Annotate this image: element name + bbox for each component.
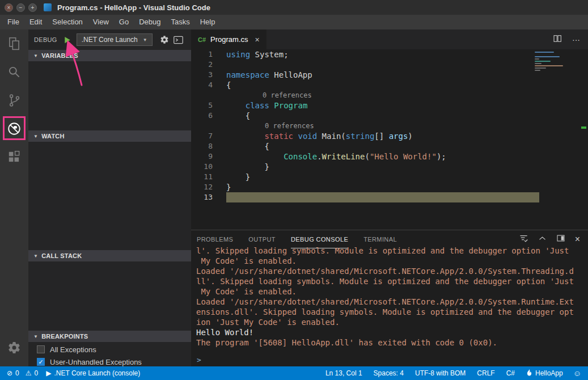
window-controls: × − + <box>5 3 37 12</box>
panel-layout-icon[interactable] <box>556 234 565 245</box>
panel-actions: × <box>519 234 588 245</box>
line-number <box>191 121 217 131</box>
vscode-logo-icon <box>44 3 52 11</box>
section-variables-label: VARIABLES <box>41 52 78 59</box>
activity-source-control[interactable] <box>0 86 28 115</box>
line-number: 10 <box>191 162 217 172</box>
twistie-icon: ▼ <box>33 334 38 339</box>
line-number: 12 <box>191 182 217 192</box>
codelens-references[interactable]: 0 references <box>217 90 312 100</box>
code-line: 6 { <box>191 111 588 121</box>
code-line: 12} <box>191 182 588 192</box>
line-number: 6 <box>191 111 217 121</box>
activity-bar <box>0 29 28 366</box>
menu-edit[interactable]: Edit <box>24 15 47 29</box>
console-input[interactable]: > <box>191 353 588 366</box>
codelens-row: 0 references <box>191 121 588 131</box>
problems-status[interactable]: ⊘ 0 ⚠ 0 <box>7 369 38 377</box>
project-selector[interactable]: HelloApp <box>526 369 563 378</box>
console-line: ion 'Just My Code' is enabled. <box>196 317 588 327</box>
tab-program-cs[interactable]: C# Program.cs × <box>191 29 266 49</box>
code-line: 11 } <box>191 172 588 182</box>
activity-extensions[interactable] <box>0 143 28 171</box>
minimize-button[interactable]: − <box>16 3 25 12</box>
menu-selection[interactable]: Selection <box>47 15 87 29</box>
code-text <box>217 192 226 202</box>
maximize-button[interactable]: + <box>28 3 37 12</box>
line-number: 2 <box>191 60 217 70</box>
menu-go[interactable]: Go <box>114 15 134 29</box>
indentation[interactable]: Spaces: 4 <box>374 369 404 377</box>
section-breakpoints-label: BREAKPOINTS <box>41 333 88 340</box>
menu-view[interactable]: View <box>88 15 114 29</box>
twistie-icon: ▼ <box>33 134 38 139</box>
more-actions-icon[interactable]: ··· <box>572 35 580 44</box>
debug-session-label: .NET Core Launch (console) <box>54 369 140 377</box>
codelens-references[interactable]: 0 references <box>217 121 314 131</box>
configure-launch-button[interactable] <box>160 35 169 44</box>
menu-help[interactable]: Help <box>195 15 221 29</box>
checkbox[interactable]: ✓ <box>37 358 45 366</box>
bottom-panel: PROBLEMSOUTPUTDEBUG CONSOLETERMINAL <box>191 230 588 366</box>
play-icon: ▶ <box>46 369 51 377</box>
section-variables[interactable]: ▼ VARIABLES <box>28 50 191 61</box>
editor-actions: ··· <box>553 29 588 49</box>
eol[interactable]: CRLF <box>477 369 494 377</box>
code-line: 13 <box>191 192 588 202</box>
menu-tasks[interactable]: Tasks <box>166 15 194 29</box>
menu-debug[interactable]: Debug <box>134 15 166 29</box>
console-line: My Code' is enabled. <box>196 256 588 266</box>
debug-console-toggle-button[interactable] <box>173 35 184 45</box>
cursor-position[interactable]: Ln 13, Col 1 <box>325 369 362 377</box>
close-button[interactable]: × <box>5 3 13 12</box>
console-output: l'. Skipped loading symbols. Module is o… <box>191 246 588 353</box>
code-lines: 1using System;23namespace HelloApp4{0 re… <box>191 49 588 202</box>
line-number: 3 <box>191 70 217 80</box>
section-call-stack[interactable]: ▼ CALL STACK <box>28 250 191 261</box>
menu-file[interactable]: File <box>2 15 24 29</box>
activity-debug[interactable] <box>0 115 28 143</box>
minimap[interactable] <box>535 52 568 72</box>
activity-settings[interactable] <box>0 333 28 362</box>
console-line: The program '[5608] HelloApp.dll' has ex… <box>196 337 588 348</box>
section-breakpoints[interactable]: ▼ BREAKPOINTS <box>28 331 191 342</box>
play-icon <box>63 36 71 44</box>
feedback-smiley-icon[interactable]: ☺ <box>573 369 581 378</box>
code-line: 9 Console.WriteLine("Hello World!"); <box>191 151 588 162</box>
filter-icon[interactable] <box>519 234 528 245</box>
language-mode[interactable]: C# <box>506 369 515 377</box>
workbench: DEBUG .NET Core Launch ▼ <box>0 29 588 366</box>
code-editor[interactable]: 1using System;23namespace HelloApp4{0 re… <box>191 49 588 230</box>
code-line: 10 } <box>191 162 588 172</box>
code-text: } <box>217 182 231 192</box>
overview-ruler-mark <box>581 126 586 129</box>
warning-count: 0 <box>35 369 39 377</box>
debug-configuration-dropdown[interactable]: .NET Core Launch ▼ <box>77 33 153 46</box>
split-editor-icon[interactable] <box>553 34 562 45</box>
close-panel-icon[interactable]: × <box>575 235 580 244</box>
start-debugging-button[interactable] <box>62 34 73 45</box>
encoding[interactable]: UTF-8 with BOM <box>415 369 466 377</box>
twistie-icon: ▼ <box>33 53 38 58</box>
gear-icon <box>160 35 169 44</box>
maximize-panel-icon[interactable] <box>538 234 547 245</box>
checkbox[interactable] <box>37 345 45 353</box>
console-line: My Code' is enabled. <box>196 286 588 297</box>
console-icon <box>173 35 184 45</box>
line-number: 4 <box>191 80 217 90</box>
activity-search[interactable] <box>0 58 28 86</box>
status-bar: ⊘ 0 ⚠ 0 ▶ .NET Core Launch (console) Ln … <box>0 366 588 380</box>
section-watch[interactable]: ▼ WATCH <box>28 130 191 142</box>
activity-explorer[interactable] <box>0 29 28 58</box>
twistie-icon: ▼ <box>33 254 38 259</box>
debug-session-status[interactable]: ▶ .NET Core Launch (console) <box>46 369 140 377</box>
prompt-chevron: > <box>197 356 201 364</box>
omnisharp-flame-icon <box>526 369 532 378</box>
code-text: namespace HelloApp <box>217 70 312 80</box>
search-icon <box>7 65 22 79</box>
code-line: 7 static void Main(string[] args) <box>191 131 588 141</box>
breakpoint-item[interactable]: All Exceptions <box>28 343 191 356</box>
tab-close-icon[interactable]: × <box>255 35 260 44</box>
breakpoint-item[interactable]: ✓User-Unhandled Exceptions <box>28 356 191 366</box>
line-number: 9 <box>191 151 217 162</box>
